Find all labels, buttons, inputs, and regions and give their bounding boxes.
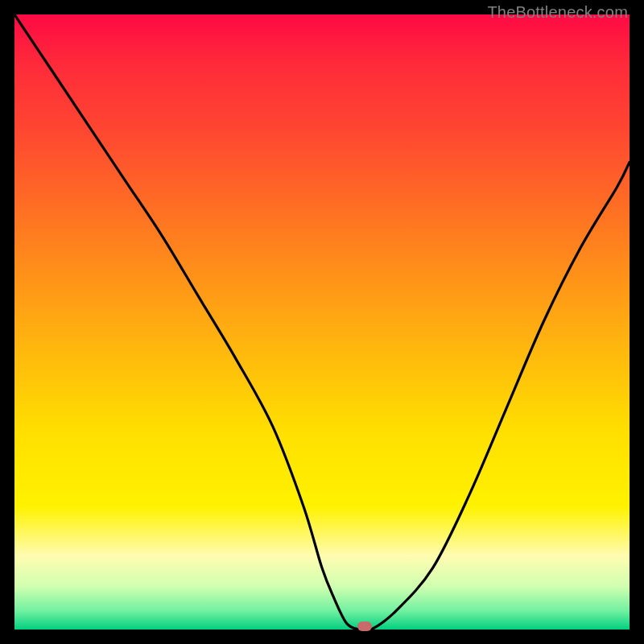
line-curve bbox=[14, 14, 630, 630]
plot-area bbox=[14, 14, 630, 630]
watermark-label: TheBottleneck.com bbox=[487, 3, 628, 22]
min-marker bbox=[357, 621, 372, 631]
chart-container: TheBottleneck.com bbox=[0, 0, 644, 644]
